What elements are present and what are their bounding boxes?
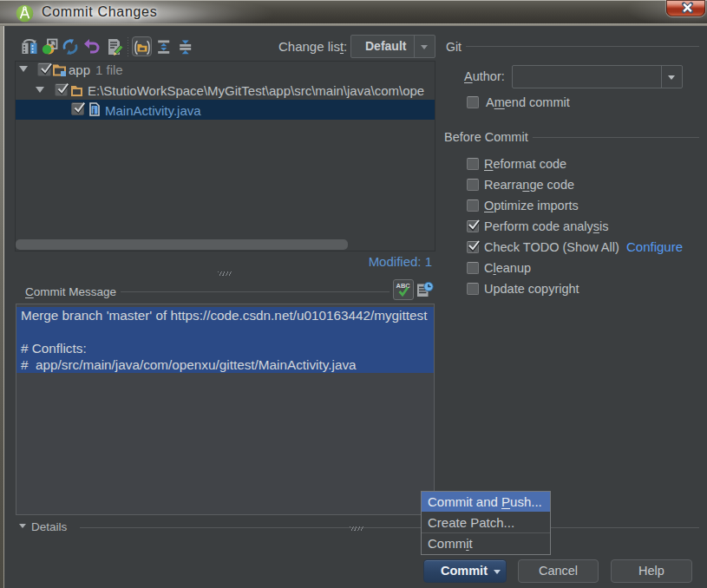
svg-text:j: j	[92, 106, 95, 114]
